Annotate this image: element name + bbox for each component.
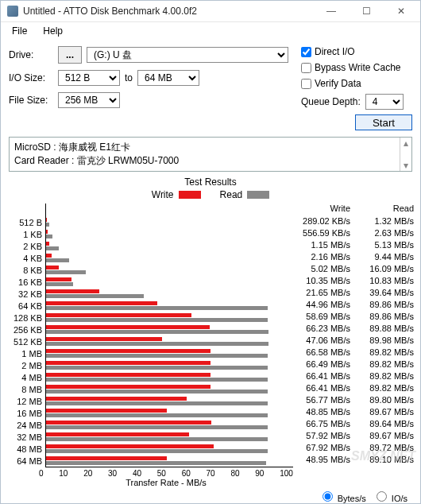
read-bar: [46, 318, 268, 322]
read-value: 89.86 MB/s: [360, 300, 414, 309]
bar-row: [46, 431, 293, 443]
start-button[interactable]: Start: [355, 114, 412, 130]
menu-help[interactable]: Help: [37, 24, 69, 38]
write-value: 21.65 MB/s: [296, 288, 350, 297]
window-title: Untitled - ATTO Disk Benchmark 4.00.0f2: [23, 6, 314, 17]
read-value: 89.82 MB/s: [360, 359, 414, 369]
read-bar: [46, 306, 268, 310]
write-bar: [46, 266, 59, 269]
write-value: 10.35 MB/s: [296, 276, 350, 285]
description-scrollbar[interactable]: ▴▾: [400, 138, 411, 171]
read-bar: [46, 425, 268, 429]
write-bar: [46, 385, 210, 389]
chart-legend: Write Read: [1, 189, 420, 200]
read-value: 9.44 MB/s: [360, 252, 414, 262]
test-results-label: Test Results: [1, 176, 420, 188]
filesize-select[interactable]: 256 MB: [58, 92, 120, 108]
write-value: 44.96 MB/s: [296, 300, 350, 309]
read-value: 89.86 MB/s: [360, 312, 414, 321]
write-bar: [46, 242, 49, 246]
row-label: 64 KB: [18, 300, 42, 312]
read-value: 2.63 MB/s: [360, 228, 414, 238]
unit-bytes-radio[interactable]: Bytes/s: [319, 489, 366, 503]
write-value: 556.59 KB/s: [296, 228, 350, 238]
bar-row: [46, 335, 293, 347]
menu-file[interactable]: File: [6, 24, 33, 38]
read-value: 5.13 MB/s: [360, 240, 414, 250]
drive-select[interactable]: (G:) U 盘: [87, 47, 288, 63]
value-row: 47.06 MB/s89.98 MB/s: [293, 334, 414, 346]
write-value: 1.15 MB/s: [296, 240, 350, 250]
bar-row: [46, 347, 293, 359]
bar-row: [46, 276, 293, 288]
write-value: 66.49 MB/s: [296, 359, 350, 369]
description-textbox[interactable]: MicroSD : 海康威视 E1红卡 Card Reader : 雷克沙 LR…: [9, 137, 412, 172]
row-label: 16 KB: [18, 276, 42, 288]
read-bar: [46, 366, 268, 370]
bar-row: [46, 264, 293, 276]
bar-row: [46, 455, 293, 467]
row-label: 32 KB: [18, 288, 42, 300]
maximize-button[interactable]: ☐: [349, 1, 384, 21]
row-label: 48 MB: [17, 443, 42, 455]
write-bar: [46, 337, 162, 341]
x-axis-label: Transfer Rate - MB/s: [39, 478, 293, 487]
queue-depth-select[interactable]: 4: [365, 94, 404, 110]
value-row: 66.58 MB/s89.82 MB/s: [293, 346, 414, 358]
read-bar: [46, 449, 268, 453]
write-value: 67.92 MB/s: [296, 443, 350, 452]
bar-row: [46, 240, 293, 252]
iosize-from-select[interactable]: 512 B: [58, 70, 120, 86]
row-label: 24 MB: [17, 419, 42, 431]
read-bar: [46, 294, 144, 298]
value-row: 58.69 MB/s89.86 MB/s: [293, 310, 414, 322]
menubar: File Help: [1, 22, 420, 40]
value-row: 44.96 MB/s89.86 MB/s: [293, 298, 414, 310]
bar-row: [46, 359, 293, 371]
write-value: 58.69 MB/s: [296, 312, 350, 321]
value-row: 56.77 MB/s89.80 MB/s: [293, 394, 414, 405]
bar-row: [46, 216, 293, 228]
bypass-cache-checkbox[interactable]: Bypass Write Cache: [301, 62, 412, 73]
row-label: 1 KB: [23, 228, 42, 240]
row-label: 512 KB: [14, 335, 42, 347]
write-bar: [46, 301, 157, 305]
write-value: 48.95 MB/s: [296, 455, 350, 464]
unit-io-radio[interactable]: IO/s: [373, 489, 407, 503]
unit-selector: Bytes/s IO/s: [1, 487, 420, 504]
read-bar: [46, 354, 268, 358]
write-bar: [46, 456, 167, 460]
write-value: 66.75 MB/s: [296, 419, 350, 428]
minimize-button[interactable]: —: [314, 1, 349, 21]
bar-row: [46, 288, 293, 300]
queue-depth-label: Queue Depth:: [301, 96, 361, 107]
row-label: 2 KB: [23, 240, 42, 252]
iosize-to-select[interactable]: 64 MB: [137, 70, 199, 86]
value-row: 556.59 KB/s2.63 MB/s: [293, 227, 414, 238]
bar-row: [46, 419, 293, 431]
read-value: 89.98 MB/s: [360, 335, 414, 345]
row-label: 1 MB: [21, 347, 42, 359]
read-value: 89.82 MB/s: [360, 347, 414, 357]
verify-data-checkbox[interactable]: Verify Data: [301, 78, 412, 89]
value-row: 66.75 MB/s89.64 MB/s: [293, 417, 414, 429]
write-bar: [46, 432, 189, 436]
write-bar: [46, 409, 167, 413]
row-label: 2 MB: [21, 359, 42, 371]
write-bar: [46, 254, 52, 258]
bar-row: [46, 324, 293, 335]
filesize-label: File Size:: [9, 95, 53, 106]
read-value: 16.09 MB/s: [360, 264, 414, 273]
drive-label: Drive:: [9, 49, 53, 60]
write-value: 66.41 MB/s: [296, 383, 350, 393]
row-label: 32 MB: [17, 431, 42, 443]
value-row: 66.41 MB/s89.82 MB/s: [293, 370, 414, 382]
read-value: 1.32 MB/s: [360, 216, 414, 226]
legend-read-swatch: [247, 191, 269, 199]
close-button[interactable]: ✕: [384, 1, 419, 21]
write-value: 5.02 MB/s: [296, 264, 350, 273]
write-value: 66.58 MB/s: [296, 347, 350, 357]
direct-io-checkbox[interactable]: Direct I/O: [301, 46, 412, 57]
browse-drive-button[interactable]: ...: [58, 46, 82, 64]
read-value: 89.88 MB/s: [360, 324, 414, 333]
